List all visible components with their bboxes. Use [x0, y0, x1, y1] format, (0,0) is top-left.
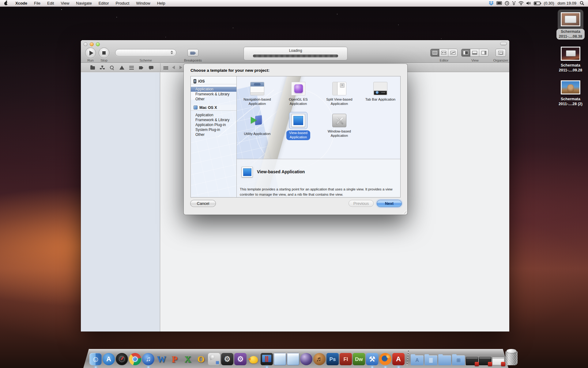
screenshot-thumbnail[interactable] — [561, 12, 580, 26]
template-split-view-based[interactable]: Split View-basedApplication — [320, 82, 358, 106]
menu-file[interactable]: File — [31, 0, 44, 7]
dock-trash-icon[interactable] — [505, 351, 518, 365]
toolbar-toggle-button[interactable] — [500, 42, 507, 45]
dock-word-icon[interactable]: W — [155, 353, 168, 365]
dock-eclipse-icon[interactable] — [300, 353, 312, 365]
dock-documents-folder-icon[interactable] — [424, 355, 437, 365]
dock-outlook-icon[interactable]: O — [195, 353, 207, 365]
volume-icon[interactable] — [526, 0, 531, 6]
apple-menu-icon[interactable] — [4, 1, 8, 5]
dock-flash-icon[interactable]: Fl — [340, 353, 352, 365]
next-button[interactable]: Next — [377, 200, 402, 207]
utilities-panel-segment[interactable] — [479, 49, 488, 56]
template-tab-bar[interactable]: ••• Tab Bar Application — [361, 82, 399, 102]
navigator-panel-segment[interactable] — [462, 49, 470, 56]
dock-xcode-icon[interactable]: ⚒ — [366, 353, 378, 365]
menu-bar-clock[interactable]: dom 19.09 — [557, 1, 577, 6]
macosx-application-plugin-row[interactable]: Application Plug-in — [191, 122, 236, 127]
macosx-framework-library-row[interactable]: Framework & Library — [191, 117, 236, 122]
macosx-application-row[interactable]: Application — [191, 113, 236, 117]
menu-product[interactable]: Product — [112, 0, 133, 7]
template-window-based[interactable]: Window-basedApplication — [320, 114, 358, 138]
desktop-icon-screenshot-1[interactable]: Schermata2011-....08.38 — [554, 12, 587, 40]
dock-cube-app-2-icon[interactable] — [287, 353, 299, 365]
dock-parallels-icon[interactable]: ‖ — [261, 353, 273, 365]
dock-utilities-icon[interactable]: ⚙ — [221, 353, 233, 365]
dock-dashboard-icon[interactable] — [116, 353, 128, 365]
navigator-sidebar[interactable] — [81, 72, 160, 332]
dock-downloads-folder-icon[interactable] — [438, 355, 451, 365]
dock-plist-editor-icon[interactable]: ⚙ — [234, 353, 247, 365]
related-items-icon[interactable] — [164, 66, 164, 67]
breakpoints-button[interactable] — [187, 49, 198, 56]
bluetooth-icon[interactable] — [512, 0, 516, 6]
symbol-navigator-icon[interactable] — [100, 66, 105, 70]
dock-minimized-pdf-window-1[interactable] — [466, 357, 478, 365]
ios-application-row[interactable]: Application — [191, 87, 236, 92]
wifi-icon[interactable] — [518, 0, 524, 6]
desktop-icon-screenshot-3[interactable]: Schermata2011-....28 (2) — [554, 80, 587, 106]
spotlight-icon[interactable] — [580, 0, 584, 6]
minimize-button[interactable] — [90, 42, 94, 46]
cancel-button[interactable]: Cancel — [190, 200, 216, 207]
standard-editor-segment[interactable] — [431, 49, 439, 56]
template-opengl-es[interactable]: OpenGL ESApplication — [279, 82, 317, 106]
screenshot-thumbnail[interactable] — [561, 47, 580, 61]
template-view-based-selected[interactable]: View-basedApplication — [279, 112, 317, 140]
resize-grip[interactable] — [402, 210, 406, 214]
battery-icon[interactable] — [534, 0, 541, 6]
organizer-button[interactable] — [496, 49, 506, 57]
display-icon[interactable] — [496, 0, 502, 6]
dock-acrobat-reader-icon[interactable]: A — [392, 353, 405, 365]
menu-editor[interactable]: Editor — [95, 0, 112, 7]
dock-chrome-icon[interactable] — [129, 353, 141, 365]
dock-applications-folder-icon[interactable]: A — [411, 355, 424, 365]
battery-percentage[interactable]: (0.30) — [544, 1, 554, 6]
previous-button[interactable]: Previous — [349, 200, 374, 207]
dock-garageband-icon[interactable]: ♬ — [313, 353, 326, 365]
stop-button[interactable] — [99, 48, 109, 58]
macosx-system-plugin-row[interactable]: System Plug-in — [191, 127, 236, 132]
dock-cyberduck-icon[interactable] — [247, 353, 260, 365]
screenshot-thumbnail[interactable] — [561, 80, 580, 94]
dock-cube-app-1-icon[interactable] — [274, 353, 286, 365]
run-button[interactable] — [85, 48, 96, 58]
breakpoint-navigator-icon[interactable] — [139, 66, 143, 69]
scheme-popup[interactable] — [115, 49, 176, 56]
close-button[interactable] — [84, 42, 88, 46]
zoom-button[interactable] — [96, 42, 100, 46]
menu-xcode[interactable]: Xcode — [12, 0, 31, 7]
dock-dreamweaver-icon[interactable]: Dw — [353, 353, 365, 365]
template-utility[interactable]: Utility Application — [238, 114, 276, 136]
dock-app-store-icon[interactable]: A — [103, 353, 115, 365]
issue-navigator-icon[interactable] — [119, 66, 124, 70]
dock-excel-icon[interactable]: X — [182, 353, 194, 365]
desktop-icon-screenshot-2[interactable]: Schermata2011-....09.28 — [554, 47, 587, 73]
menu-navigate[interactable]: Navigate — [73, 0, 95, 7]
ios-framework-library-row[interactable]: Framework & Library — [191, 92, 236, 97]
search-navigator-icon[interactable] — [110, 66, 115, 70]
forward-arrow-icon[interactable] — [179, 66, 182, 69]
dropbox-icon[interactable] — [489, 0, 494, 6]
log-navigator-icon[interactable] — [149, 66, 153, 69]
dock-finder-icon[interactable]: ☺ — [89, 353, 102, 365]
macosx-other-row[interactable]: Other — [191, 132, 236, 137]
menu-view[interactable]: View — [57, 0, 73, 7]
dock-remote-desktop-icon[interactable]: ⊞ — [208, 353, 220, 365]
back-arrow-icon[interactable] — [172, 66, 175, 69]
menu-edit[interactable]: Edit — [44, 0, 57, 7]
dock-photoshop-icon[interactable]: Ps — [326, 353, 339, 365]
ios-other-row[interactable]: Other — [191, 97, 236, 102]
debug-navigator-icon[interactable] — [129, 66, 134, 70]
menu-window[interactable]: Window — [133, 0, 153, 7]
menu-help[interactable]: Help — [154, 0, 169, 7]
template-navigation-based[interactable]: Navigation-basedApplication — [238, 82, 276, 106]
time-machine-icon[interactable] — [505, 0, 509, 6]
dock-minimized-pdf-window-3[interactable] — [492, 357, 504, 365]
version-editor-segment[interactable] — [448, 49, 457, 56]
dock-powerpoint-icon[interactable]: P — [168, 353, 181, 365]
dock-firefox-icon[interactable] — [379, 353, 391, 365]
debug-area-segment[interactable] — [470, 49, 479, 56]
dock-itunes-icon[interactable]: ♫ — [142, 353, 154, 365]
dock-windows-folder-icon[interactable]: ⊞ — [452, 355, 465, 365]
